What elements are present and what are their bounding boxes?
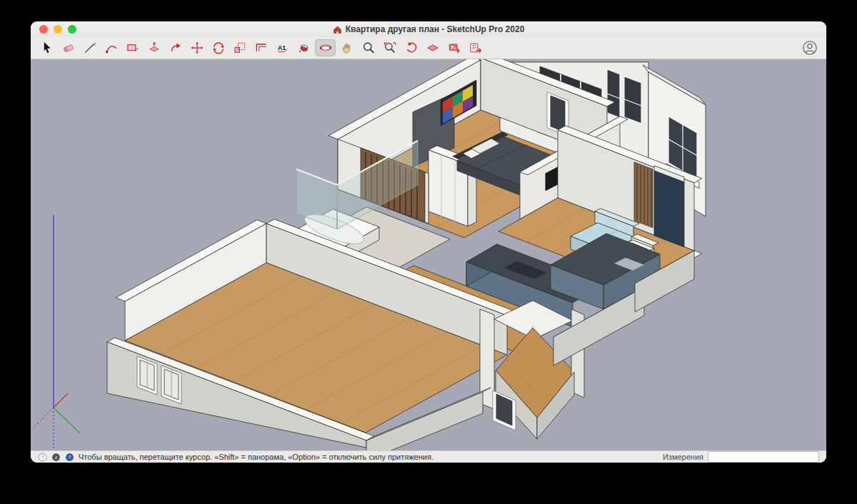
zoom-extents-icon	[383, 41, 397, 55]
zoom-icon	[361, 41, 376, 55]
svg-text:i: i	[56, 454, 57, 459]
window-title-text: Квартира другая план - SketchUp Pro 2020	[346, 24, 525, 34]
rectangle-icon	[126, 41, 140, 55]
scale-icon	[233, 41, 247, 55]
previous-view-icon	[404, 41, 419, 55]
rotate-tool-button[interactable]	[208, 39, 229, 56]
offset-tool-button[interactable]	[251, 39, 271, 56]
svg-text:?: ?	[41, 454, 44, 459]
traffic-lights	[39, 25, 76, 34]
line-icon	[83, 41, 97, 55]
minimize-button[interactable]	[54, 25, 62, 34]
zoom-extents-tool-button[interactable]	[379, 39, 400, 56]
push-pull-tool-button[interactable]	[144, 39, 164, 56]
status-bar: ? i ? Чтобы вращать, перетащите курсор. …	[31, 450, 826, 463]
move-icon	[190, 41, 204, 55]
eraser-tool-button[interactable]	[58, 39, 79, 56]
arc-tool-button[interactable]	[101, 39, 121, 56]
follow-me-tool-button[interactable]	[165, 39, 186, 56]
section-plane-icon	[426, 41, 440, 55]
help-circle-icon[interactable]: ?	[38, 453, 47, 462]
document-house-icon	[333, 25, 342, 34]
apartment-model-canvas[interactable]	[31, 59, 826, 450]
zoom-tool-button[interactable]	[358, 39, 379, 56]
paint-bucket-tool-button[interactable]	[294, 39, 314, 56]
export-image-icon	[447, 41, 461, 55]
text-icon: A1	[276, 41, 290, 55]
offset-icon	[254, 41, 269, 55]
paint-bucket-icon	[297, 41, 311, 55]
send-to-layout-tool-button[interactable]	[465, 39, 486, 56]
rectangle-tool-button[interactable]	[122, 39, 143, 56]
section-plane-tool-button[interactable]	[422, 39, 443, 56]
measurements-input[interactable]	[708, 451, 819, 463]
close-button[interactable]	[39, 25, 48, 34]
toolbar-tools: A1	[36, 39, 486, 56]
orbit-icon	[319, 41, 333, 55]
user-circle-icon	[802, 40, 818, 56]
model-axes	[33, 215, 80, 450]
accent-wall	[654, 171, 684, 247]
send-to-layout-icon	[468, 41, 483, 55]
export-image-tool-button[interactable]	[443, 39, 464, 56]
titlebar[interactable]: Квартира другая план - SketchUp Pro 2020	[31, 21, 826, 37]
shower-glass	[296, 169, 337, 229]
toolbar: A1	[31, 37, 826, 59]
svg-text:?: ?	[69, 454, 71, 459]
info-circle-icon[interactable]: i	[51, 453, 61, 462]
svg-text:A1: A1	[277, 44, 285, 51]
line-tool-button[interactable]	[79, 39, 100, 56]
sketchup-window: Квартира другая план - SketchUp Pro 2020…	[31, 21, 826, 463]
push-pull-icon	[147, 41, 161, 55]
screen: Квартира другая план - SketchUp Pro 2020…	[0, 0, 857, 504]
previous-view-tool-button[interactable]	[401, 39, 421, 56]
select-tool-button[interactable]	[36, 39, 57, 56]
apartment-model	[33, 59, 706, 450]
pan-icon	[340, 41, 354, 55]
pan-tool-button[interactable]	[336, 39, 357, 56]
account-button[interactable]	[802, 40, 818, 56]
status-hint: Чтобы вращать, перетащите курсор. «Shift…	[79, 453, 433, 461]
follow-me-icon	[169, 41, 183, 55]
viewport-3d[interactable]	[31, 59, 826, 450]
measurements-label: Измерения	[663, 453, 703, 461]
window-title: Квартира другая план - SketchUp Pro 2020	[333, 24, 525, 34]
select-icon	[40, 41, 54, 55]
rotate-icon	[211, 41, 226, 55]
text-tool-button[interactable]: A1	[272, 39, 293, 56]
question-circle-icon[interactable]: ?	[65, 453, 74, 462]
zoom-window-button[interactable]	[68, 25, 76, 34]
scale-tool-button[interactable]	[229, 39, 250, 56]
move-tool-button[interactable]	[186, 39, 207, 56]
arc-icon	[104, 41, 119, 55]
orbit-tool-button[interactable]	[315, 39, 336, 56]
eraser-icon	[61, 41, 76, 55]
